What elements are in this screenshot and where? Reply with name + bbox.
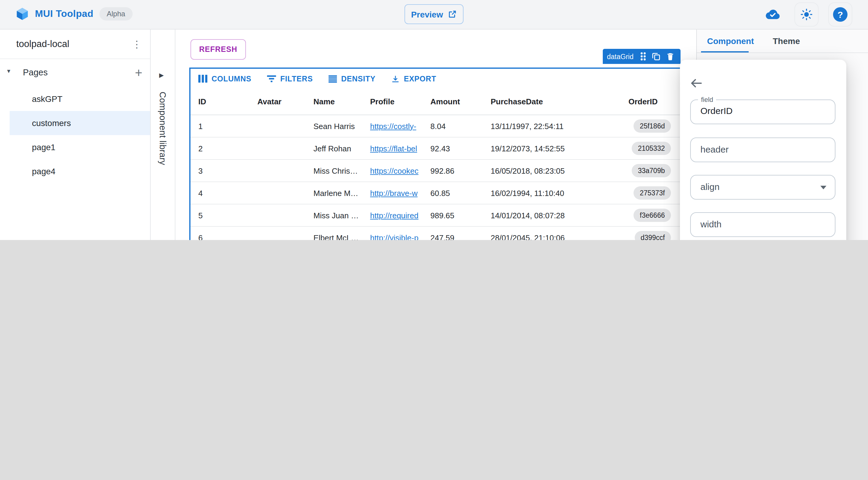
cell-amount: 92.43 [430, 144, 491, 153]
tab-component[interactable]: Component [707, 29, 754, 53]
cell-id: 5 [190, 211, 250, 220]
filters-button[interactable]: FILTERS [267, 74, 313, 83]
duplicate-icon[interactable] [652, 52, 661, 61]
cell-amount: 992.86 [430, 166, 491, 175]
back-arrow-icon[interactable] [689, 77, 704, 91]
header-actions: ? [761, 0, 852, 29]
cell-name: Elbert McL… [313, 233, 370, 240]
columns-button[interactable]: COLUMNS [198, 74, 251, 83]
profile-link[interactable]: http://brave-w [370, 188, 418, 198]
add-page-button[interactable]: + [130, 64, 147, 82]
active-tab-indicator [701, 51, 749, 53]
density-button-label: DENSITY [341, 74, 375, 83]
help-icon[interactable]: ? [828, 2, 852, 27]
refresh-button[interactable]: REFRESH [190, 39, 246, 60]
drag-handle-icon[interactable] [640, 52, 646, 61]
sidebar-item-page4[interactable]: page4 [0, 159, 150, 183]
header-input[interactable]: header [690, 138, 835, 162]
cell-id: 3 [190, 166, 250, 175]
column-header-amount[interactable]: Amount [430, 97, 491, 106]
cell-name: Miss Chris… [313, 166, 370, 175]
columns-button-label: COLUMNS [212, 74, 251, 83]
profile-link[interactable]: http://visible-p [370, 233, 418, 240]
collapse-caret-icon[interactable]: ▼ [6, 68, 11, 74]
column-header-purchasedate[interactable]: PurchaseDate [491, 97, 622, 106]
field-name-input[interactable]: field OrderID [690, 99, 835, 124]
component-library-label: Component library [158, 92, 167, 165]
cell-orderid: 2105332 [622, 142, 681, 155]
cell-profile: http://visible-p [370, 233, 430, 240]
chevron-down-icon [820, 186, 827, 189]
table-row[interactable]: 1 Sean Harris https://costly- 8.04 13/11… [190, 115, 681, 138]
filters-button-label: FILTERS [280, 74, 313, 83]
cell-orderid: d399ccf [622, 231, 681, 240]
profile-link[interactable]: https://costly- [370, 121, 416, 130]
column-header-id[interactable]: ID [190, 97, 250, 106]
cell-purchasedate: 19/12/2073, 14:52:55 [491, 144, 622, 153]
cell-amount: 989.65 [430, 211, 491, 220]
column-header-name[interactable]: Name [313, 97, 370, 106]
column-header-avatar[interactable]: Avatar [250, 97, 313, 106]
profile-link[interactable]: https://flat-bel [370, 144, 417, 153]
expand-library-arrow-icon[interactable]: ▶ [159, 72, 164, 79]
export-button-label: EXPORT [404, 74, 436, 83]
column-editor-popover: field OrderID header align width type co… [680, 60, 846, 240]
table-row[interactable]: 3 Miss Chris… https://cookec 992.86 16/0… [190, 160, 681, 182]
cell-orderid: 33a709b [622, 164, 681, 177]
cell-purchasedate: 28/01/2045, 21:10:06 [491, 233, 622, 240]
table-row[interactable]: 4 Marlene M… http://brave-w 60.85 16/02/… [190, 182, 681, 204]
table-row[interactable]: 6 Elbert McL… http://visible-p 247.59 28… [190, 227, 681, 240]
density-icon [329, 75, 337, 82]
datagrid-component[interactable]: COLUMNS FILTERS DENSITY [189, 67, 682, 240]
app-title: MUI Toolpad [35, 8, 93, 19]
cell-profile: https://costly- [370, 121, 430, 130]
orderid-chip: f3e6666 [634, 209, 671, 222]
cell-orderid: 25f186d [622, 119, 681, 133]
columns-icon [198, 75, 207, 83]
cloud-sync-icon [761, 2, 785, 27]
cell-id: 6 [190, 233, 250, 240]
export-icon [391, 74, 400, 83]
preview-button[interactable]: Preview [404, 4, 464, 24]
cell-id: 4 [190, 188, 250, 198]
cell-amount: 60.85 [430, 188, 491, 198]
project-menu-kebab-icon[interactable]: ⋮ [129, 36, 145, 52]
cell-id: 1 [190, 121, 250, 130]
cell-id: 2 [190, 144, 250, 153]
column-header-orderid[interactable]: OrderID [622, 97, 681, 106]
orderid-chip: 275373f [634, 186, 671, 200]
component-library-strip[interactable]: ▶ Component library [151, 29, 176, 240]
table-row[interactable]: 5 Miss Juan … http://required 989.65 14/… [190, 204, 681, 227]
light-mode-toggle[interactable] [795, 2, 818, 27]
preview-button-label: Preview [411, 9, 443, 19]
cell-purchasedate: 16/02/1994, 11:10:40 [491, 188, 622, 198]
align-select[interactable]: align [690, 175, 835, 200]
delete-icon[interactable] [666, 52, 675, 61]
sidebar-item-page1[interactable]: page1 [0, 135, 150, 159]
profile-link[interactable]: http://required [370, 211, 418, 220]
cell-profile: http://required [370, 211, 430, 220]
datagrid-header-row: ID Avatar Name Profile Amount PurchaseDa… [190, 89, 681, 115]
header-input-label: header [701, 144, 728, 154]
tab-theme[interactable]: Theme [773, 29, 800, 53]
export-button[interactable]: EXPORT [391, 74, 436, 83]
open-in-new-icon [448, 10, 457, 19]
cell-name: Marlene M… [313, 188, 370, 198]
filter-icon [267, 75, 276, 83]
profile-link[interactable]: https://cookec [370, 166, 418, 175]
page-canvas: REFRESH dataGrid [175, 29, 696, 240]
cell-purchasedate: 13/11/1997, 22:54:11 [491, 121, 622, 130]
table-row[interactable]: 2 Jeff Rohan https://flat-bel 92.43 19/1… [190, 138, 681, 160]
cell-purchasedate: 14/01/2014, 08:07:28 [491, 211, 622, 220]
width-input-label: width [701, 219, 721, 229]
cell-profile: http://brave-w [370, 188, 430, 198]
width-input[interactable]: width [690, 212, 835, 237]
column-header-profile[interactable]: Profile [370, 97, 430, 106]
pages-section-header: ▼ Pages + [0, 59, 150, 87]
sidebar-item-askgpt[interactable]: askGPT [0, 87, 150, 111]
density-button[interactable]: DENSITY [329, 74, 375, 83]
orderid-chip: 25f186d [634, 119, 671, 133]
cell-name: Jeff Rohan [313, 144, 370, 153]
mui-toolpad-logo-icon [16, 7, 29, 21]
sidebar-item-customers[interactable]: customers [10, 111, 150, 135]
